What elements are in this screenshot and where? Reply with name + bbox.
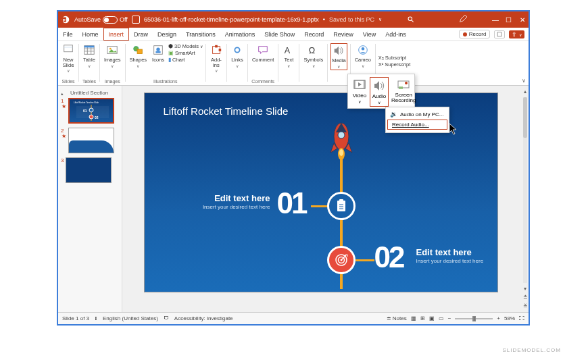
svg-text:A: A <box>285 46 291 55</box>
milestone-text-2[interactable]: Edit text here Insert your desired text … <box>416 247 496 265</box>
subscript-button[interactable]: X₂Subscript <box>378 55 410 61</box>
views-normal-icon[interactable]: ▦ <box>411 315 416 321</box>
save-location[interactable]: Saved to this PC <box>329 16 374 23</box>
tab-addins[interactable]: Add-ins <box>381 28 411 41</box>
share-button[interactable]: ⇧ ∨ <box>509 30 524 38</box>
text-button[interactable]: A Text ∨ <box>281 43 296 69</box>
svg-rect-16 <box>137 49 142 53</box>
svg-point-18 <box>156 47 160 51</box>
table-button[interactable]: Table ∨ <box>82 43 97 69</box>
tab-review[interactable]: Review <box>328 28 358 41</box>
chevron-down-icon: ∨ <box>358 99 361 104</box>
collapse-ribbon-icon[interactable]: ∨ <box>522 78 526 84</box>
tab-slideshow[interactable]: Slide Show <box>260 28 299 41</box>
slide-counter[interactable]: Slide 1 of 3 <box>62 315 89 321</box>
close-button[interactable]: ✕ <box>519 16 526 23</box>
media-button[interactable]: Media ∨ <box>330 43 347 70</box>
ribbon-group-images: Images ∨ Images <box>100 41 125 85</box>
tab-view[interactable]: View <box>358 28 381 41</box>
record-audio-item[interactable]: Record Audio... <box>387 120 447 130</box>
images-button[interactable]: Images ∨ <box>103 43 122 69</box>
chevron-down-icon: ∨ <box>111 64 114 68</box>
addins-button[interactable]: Add- ins ∨ <box>209 43 224 74</box>
shapes-button[interactable]: Shapes ∨ <box>128 43 148 69</box>
comment-button[interactable]: Comment <box>251 43 276 63</box>
scroll-down-icon[interactable]: ▾ <box>524 286 526 292</box>
ribbon-group-media: Media ∨ M <box>328 41 349 85</box>
vertical-scrollbar[interactable]: ▴ ▾ ≛ ≚ <box>522 86 529 312</box>
minimize-button[interactable]: — <box>492 16 499 23</box>
tab-draw[interactable]: Draw <box>129 28 153 41</box>
images-icon <box>106 44 118 56</box>
svg-text:Liftoff Rocket Timeline Slide: Liftoff Rocket Timeline Slide <box>74 101 99 104</box>
tab-design[interactable]: Design <box>153 28 181 41</box>
chevron-down-icon: ∨ <box>362 64 364 68</box>
link-icon <box>231 44 243 56</box>
chart-label: Chart <box>172 57 185 63</box>
tab-insert[interactable]: Insert <box>103 28 130 41</box>
tab-file[interactable]: File <box>58 28 78 41</box>
section-label[interactable]: Untitled Section <box>70 90 108 96</box>
cameo-button[interactable]: Cameo ∨ <box>353 43 372 69</box>
accessibility-status[interactable]: Accessibility: Investigate <box>174 315 233 321</box>
maximize-button[interactable]: ☐ <box>506 16 512 23</box>
zoom-in-icon[interactable]: + <box>497 315 500 321</box>
zoom-out-icon[interactable]: − <box>448 315 451 321</box>
media-audio-button[interactable]: Audio ∨ <box>370 77 389 107</box>
spell-check-icon[interactable]: ⫿ <box>95 315 97 321</box>
tab-record[interactable]: Record <box>299 28 328 41</box>
search-icon[interactable] <box>407 16 414 24</box>
save-icon[interactable] <box>132 16 140 24</box>
ribbon-group-illustrations: Shapes ∨ Icons ⬢3D Models ∨ ▣SmartArt ▮C… <box>126 41 205 85</box>
addins-label: Add- ins <box>211 57 222 68</box>
3d-models-button[interactable]: ⬢3D Models ∨ <box>168 43 203 49</box>
record-button[interactable]: Record <box>459 30 491 38</box>
icons-button[interactable]: Icons <box>151 43 166 63</box>
share-tray-icon[interactable]: ☐ <box>494 30 505 38</box>
zoom-slider[interactable] <box>455 318 493 319</box>
milestone-circle-2 <box>327 246 356 274</box>
tab-home[interactable]: Home <box>78 28 103 41</box>
chevron-down-icon: ∨ <box>137 64 139 68</box>
scrollbar-thumb[interactable] <box>523 97 527 138</box>
prev-slide-icon[interactable]: ≛ <box>523 294 528 301</box>
media-dropdown: Video ∨ Audio ∨ Screen Recording <box>347 74 415 109</box>
tab-animations[interactable]: Animations <box>220 28 260 41</box>
icons-icon <box>152 44 164 56</box>
autosave-toggle[interactable]: AutoSave Off <box>74 16 128 24</box>
ribbon-group-symbols: Ω Symbols ∨ Symbols <box>299 41 327 85</box>
svg-point-14 <box>109 48 112 50</box>
thumbnail-3[interactable]: 3 <box>61 157 119 183</box>
thumbnail-1[interactable]: 1★ Liftoff Rocket Timeline Slide0102 <box>61 98 119 124</box>
document-filename[interactable]: 65036-01-lift-off-rocket-timeline-powerp… <box>144 16 319 23</box>
pen-icon[interactable] <box>459 15 467 24</box>
new-slide-button[interactable]: New Slide ∨ <box>61 43 76 74</box>
thumbnail-2[interactable]: 2★ 0304 <box>61 128 119 153</box>
superscript-button[interactable]: X²Superscript <box>378 61 410 68</box>
smartart-button[interactable]: ▣SmartArt <box>168 50 203 56</box>
language-indicator[interactable]: English (United States) <box>103 315 158 321</box>
views-slideshow-icon[interactable]: ▭ <box>439 315 444 321</box>
zoom-knob[interactable] <box>472 316 476 321</box>
svg-rect-19 <box>155 51 160 53</box>
new-slide-label: New Slide <box>63 57 74 68</box>
media-screen-recording-button[interactable]: Screen Recording <box>390 77 417 107</box>
chart-button[interactable]: ▮Chart <box>168 57 203 63</box>
milestone-text-1[interactable]: Edit text here Insert your desired text … <box>191 193 270 211</box>
scroll-up-icon[interactable]: ▴ <box>524 88 526 95</box>
svg-rect-21 <box>215 45 218 48</box>
rocket-icon <box>328 120 355 162</box>
links-button[interactable]: Links ∨ <box>230 43 245 69</box>
views-sorter-icon[interactable]: ⊞ <box>420 315 425 321</box>
slide-title[interactable]: Liftoff Rocket Timeline Slide <box>164 105 289 117</box>
ribbon-insert: New Slide ∨ Slides Table ∨ Tables <box>58 41 529 86</box>
next-slide-icon[interactable]: ≚ <box>523 303 528 309</box>
audio-on-pc-item[interactable]: 🔉 Audio on My PC... <box>386 109 449 119</box>
symbols-button[interactable]: Ω Symbols ∨ <box>302 43 324 69</box>
media-video-button[interactable]: Video ∨ <box>351 77 368 107</box>
tab-transitions[interactable]: Transitions <box>181 28 220 41</box>
notes-button[interactable]: ≐ Notes <box>387 315 407 321</box>
views-reading-icon[interactable]: ▣ <box>429 315 435 321</box>
zoom-level[interactable]: 58% <box>504 315 515 321</box>
fit-window-icon[interactable]: ⛶ <box>519 315 524 321</box>
